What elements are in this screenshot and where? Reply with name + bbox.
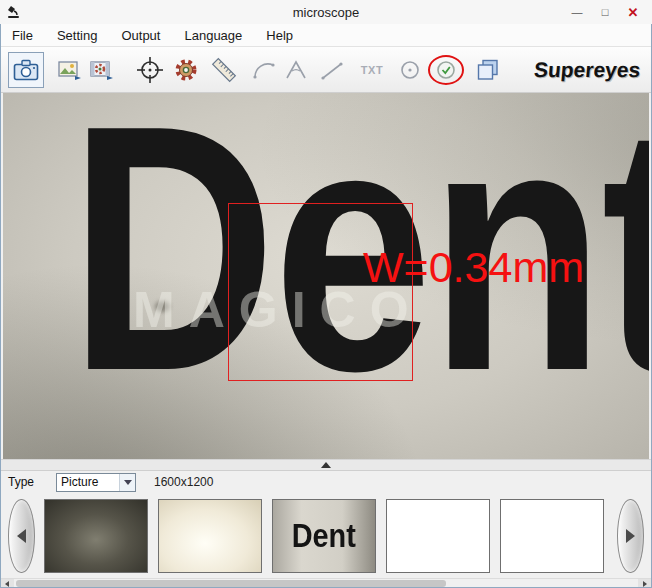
thumbnail-blank-2[interactable] — [500, 499, 604, 573]
angle-measure-icon[interactable] — [280, 53, 312, 87]
menu-item-help[interactable]: Help — [264, 26, 295, 45]
scrollbar-track[interactable] — [14, 579, 638, 588]
menu-item-language[interactable]: Language — [182, 26, 244, 45]
horizontal-scrollbar[interactable] — [0, 578, 652, 588]
viewer-panel: Dent MAGICO W=0.34mm — [0, 93, 652, 459]
microscope-app-icon — [5, 4, 21, 20]
close-button[interactable]: ✕ — [619, 2, 647, 22]
line-measure-icon[interactable] — [316, 53, 348, 87]
scrollbar-thumb[interactable] — [16, 580, 446, 587]
title-bar: microscope — □ ✕ — [0, 0, 652, 24]
supereyes-logo: Supereyes — [533, 58, 641, 82]
type-select-value: Picture — [57, 475, 119, 489]
window-controls: — □ ✕ — [563, 2, 647, 22]
export-video-icon[interactable] — [86, 53, 118, 87]
text-tool-icon[interactable]: TXT — [356, 53, 388, 87]
type-select[interactable]: Picture — [56, 473, 136, 492]
capture-control-row: Type Picture 1600x1200 — [0, 471, 652, 493]
toolbar: TXT Supereyes — [0, 47, 652, 93]
menu-bar: File Setting Output Language Help — [0, 24, 652, 47]
thumbnail-strip: Dent — [0, 493, 652, 578]
measurement-rectangle[interactable] — [228, 203, 413, 381]
thumbnail-blank-1[interactable] — [386, 499, 490, 573]
window-title: microscope — [0, 5, 652, 20]
chevron-up-icon — [321, 462, 331, 468]
microscope-view[interactable]: Dent MAGICO W=0.34mm — [3, 93, 649, 459]
chevron-down-icon — [119, 474, 135, 491]
settings-gear-icon[interactable] — [170, 53, 202, 87]
arrow-left-icon — [17, 529, 26, 543]
crosshair-icon[interactable] — [134, 53, 166, 87]
arc-measure-icon[interactable] — [248, 53, 280, 87]
maximize-button[interactable]: □ — [591, 2, 619, 22]
confirm-circle-icon[interactable] — [430, 53, 462, 87]
thumbnails-prev-button[interactable] — [8, 499, 35, 573]
layers-copy-icon[interactable] — [472, 53, 504, 87]
ruler-icon[interactable] — [208, 53, 240, 87]
thumbnail-dent-text: Dent — [292, 516, 356, 555]
menu-item-file[interactable]: File — [10, 26, 35, 45]
thumbnail-list: Dent — [44, 499, 608, 573]
resolution-label: 1600x1200 — [154, 475, 213, 489]
type-label: Type — [8, 475, 34, 489]
text-tool-label: TXT — [361, 64, 383, 76]
menu-item-setting[interactable]: Setting — [55, 26, 99, 45]
measurement-label: W=0.34mm — [363, 243, 584, 292]
app-window: microscope — □ ✕ File Setting Output Lan… — [0, 0, 652, 588]
minimize-button[interactable]: — — [563, 2, 591, 22]
panel-collapse-button[interactable] — [0, 459, 652, 471]
snapshot-camera-icon[interactable] — [8, 52, 44, 88]
scroll-left-button[interactable] — [0, 579, 14, 588]
menu-item-output[interactable]: Output — [119, 26, 162, 45]
thumbnail-dark-blur[interactable] — [44, 499, 148, 573]
scroll-right-button[interactable] — [638, 579, 652, 588]
arrow-right-icon — [626, 529, 635, 543]
thumbnail-dent[interactable]: Dent — [272, 499, 376, 573]
thumbnail-light-blur[interactable] — [158, 499, 262, 573]
thumbnails-next-button[interactable] — [617, 499, 644, 573]
circle-measure-icon[interactable] — [394, 53, 426, 87]
export-photo-icon[interactable] — [54, 53, 86, 87]
